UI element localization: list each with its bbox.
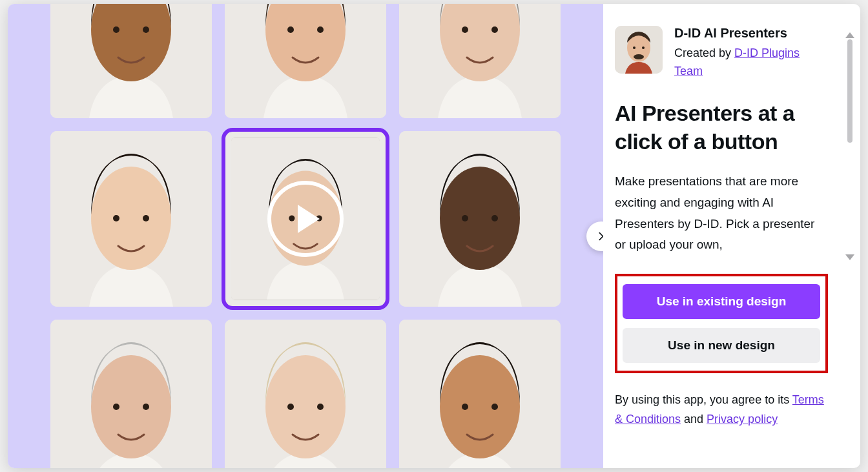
presenter-face-icon [50, 4, 212, 118]
svg-point-38 [634, 54, 644, 59]
presenter-face-icon [399, 131, 561, 307]
presenter-tile[interactable] [399, 4, 561, 118]
details-pane: D-ID AI Presenters Created by D-ID Plugi… [603, 4, 860, 468]
svg-point-27 [143, 404, 149, 410]
creator-line: Created by D-ID Plugins Team [674, 45, 828, 81]
svg-point-40 [642, 46, 645, 49]
svg-point-31 [317, 404, 324, 410]
headline: AI Presenters at a click of a button [615, 99, 828, 156]
presenter-tile[interactable] [225, 4, 386, 118]
chevron-right-icon [596, 231, 603, 241]
svg-point-6 [287, 26, 294, 33]
app-install-modal: D-ID AI Presenters Created by D-ID Plugi… [8, 4, 860, 468]
scroll-down-icon[interactable] [845, 254, 854, 260]
scrollbar-thumb[interactable] [847, 39, 852, 143]
svg-point-14 [113, 215, 119, 221]
description: Make presentations that are more excitin… [615, 171, 828, 256]
svg-point-29 [265, 355, 346, 458]
svg-point-26 [113, 404, 119, 410]
presenter-tile[interactable] [399, 131, 561, 307]
scrollbar-track[interactable] [847, 30, 852, 442]
svg-point-35 [491, 404, 498, 410]
svg-point-2 [113, 26, 119, 33]
svg-point-25 [91, 355, 171, 458]
svg-point-11 [491, 26, 498, 33]
presenter-tile[interactable] [50, 4, 212, 118]
presenter-face-icon [50, 320, 212, 468]
svg-point-3 [143, 26, 149, 33]
presenter-face-icon [225, 320, 386, 468]
legal-and: and [681, 413, 707, 426]
presenter-face-icon [399, 4, 561, 118]
details-scroll: D-ID AI Presenters Created by D-ID Plugi… [615, 26, 834, 453]
presenter-tile[interactable] [399, 320, 561, 468]
svg-point-13 [91, 167, 171, 270]
play-icon[interactable] [267, 181, 344, 257]
presenter-face-icon [50, 131, 212, 307]
svg-point-34 [462, 404, 468, 410]
privacy-link[interactable]: Privacy policy [707, 413, 778, 426]
created-by-label: Created by [674, 46, 734, 59]
app-avatar [615, 26, 663, 74]
svg-point-22 [462, 215, 468, 221]
presenter-face-icon [225, 4, 386, 118]
svg-point-39 [633, 46, 636, 49]
app-title: D-ID AI Presenters [674, 26, 828, 41]
svg-point-7 [317, 26, 324, 33]
cta-group-highlight: Use in existing design Use in new design [615, 274, 828, 373]
presenter-tile[interactable] [50, 320, 212, 468]
app-meta: D-ID AI Presenters Created by D-ID Plugi… [674, 26, 828, 81]
avatar-face-icon [615, 26, 663, 74]
svg-point-23 [491, 215, 498, 221]
legal-text: By using this app, you agree to its Term… [615, 390, 828, 429]
app-header: D-ID AI Presenters Created by D-ID Plugi… [615, 26, 828, 81]
legal-prefix: By using this app, you agree to its [615, 393, 792, 406]
svg-point-30 [287, 404, 294, 410]
use-new-design-button[interactable]: Use in new design [623, 328, 820, 363]
presenter-face-icon [399, 320, 561, 468]
preview-pane [8, 4, 603, 468]
presenter-grid [8, 4, 603, 468]
presenter-tile[interactable] [50, 131, 212, 307]
svg-point-21 [440, 167, 520, 270]
presenter-tile[interactable] [225, 320, 386, 468]
presenter-tile[interactable] [225, 131, 386, 307]
svg-point-33 [440, 355, 520, 458]
svg-point-10 [462, 26, 468, 33]
svg-point-15 [143, 215, 149, 221]
use-existing-design-button[interactable]: Use in existing design [623, 284, 820, 319]
